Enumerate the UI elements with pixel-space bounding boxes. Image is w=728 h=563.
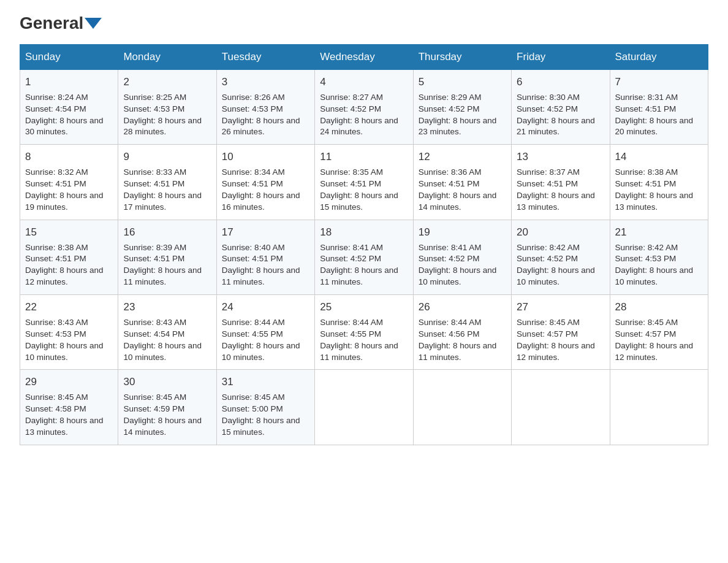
day-number: 29 xyxy=(25,375,113,389)
day-number: 21 xyxy=(615,225,703,240)
calendar-day-cell: 30 Sunrise: 8:45 AMSunset: 4:59 PMDaylig… xyxy=(118,370,216,445)
calendar-day-cell: 11 Sunrise: 8:35 AMSunset: 4:51 PMDaylig… xyxy=(315,145,413,220)
calendar-day-cell: 25 Sunrise: 8:44 AMSunset: 4:55 PMDaylig… xyxy=(315,295,413,370)
calendar-day-cell: 4 Sunrise: 8:27 AMSunset: 4:52 PMDayligh… xyxy=(315,70,413,145)
calendar-day-cell: 26 Sunrise: 8:44 AMSunset: 4:56 PMDaylig… xyxy=(413,295,511,370)
day-number: 6 xyxy=(517,75,604,90)
calendar-day-cell: 13 Sunrise: 8:37 AMSunset: 4:51 PMDaylig… xyxy=(512,145,610,220)
sunrise-info: Sunrise: 8:45 AMSunset: 4:57 PMDaylight:… xyxy=(517,318,595,362)
sunrise-info: Sunrise: 8:30 AMSunset: 4:52 PMDaylight:… xyxy=(517,93,595,137)
calendar-day-cell: 27 Sunrise: 8:45 AMSunset: 4:57 PMDaylig… xyxy=(512,295,610,370)
sunrise-info: Sunrise: 8:29 AMSunset: 4:52 PMDaylight:… xyxy=(419,93,497,137)
day-number: 15 xyxy=(25,225,113,240)
day-number: 11 xyxy=(320,150,408,164)
sunrise-info: Sunrise: 8:44 AMSunset: 4:55 PMDaylight:… xyxy=(222,318,300,362)
calendar-day-cell: 14 Sunrise: 8:38 AMSunset: 4:51 PMDaylig… xyxy=(610,145,708,220)
calendar-day-cell: 16 Sunrise: 8:39 AMSunset: 4:51 PMDaylig… xyxy=(118,220,216,294)
day-number: 20 xyxy=(517,225,604,240)
sunrise-info: Sunrise: 8:25 AMSunset: 4:53 PMDaylight:… xyxy=(123,93,202,137)
page-header: General xyxy=(20,15,708,32)
day-number: 12 xyxy=(419,150,506,164)
sunrise-info: Sunrise: 8:43 AMSunset: 4:54 PMDaylight:… xyxy=(123,318,202,362)
weekday-header-sunday: Sunday xyxy=(20,45,118,70)
calendar-day-cell xyxy=(610,370,708,445)
sunrise-info: Sunrise: 8:39 AMSunset: 4:51 PMDaylight:… xyxy=(123,243,202,287)
calendar-week-row: 1 Sunrise: 8:24 AMSunset: 4:54 PMDayligh… xyxy=(20,70,708,145)
sunrise-info: Sunrise: 8:38 AMSunset: 4:51 PMDaylight:… xyxy=(615,167,694,212)
day-number: 23 xyxy=(123,300,211,315)
day-number: 25 xyxy=(320,300,408,315)
day-number: 22 xyxy=(25,300,113,315)
sunrise-info: Sunrise: 8:45 AMSunset: 4:57 PMDaylight:… xyxy=(615,318,694,362)
calendar-week-row: 8 Sunrise: 8:32 AMSunset: 4:51 PMDayligh… xyxy=(20,145,708,220)
day-number: 2 xyxy=(123,75,211,90)
day-number: 30 xyxy=(123,375,211,389)
day-number: 3 xyxy=(222,75,309,90)
calendar-day-cell: 2 Sunrise: 8:25 AMSunset: 4:53 PMDayligh… xyxy=(118,70,216,145)
calendar-day-cell: 18 Sunrise: 8:41 AMSunset: 4:52 PMDaylig… xyxy=(315,220,413,294)
calendar-day-cell: 6 Sunrise: 8:30 AMSunset: 4:52 PMDayligh… xyxy=(512,70,610,145)
sunrise-info: Sunrise: 8:36 AMSunset: 4:51 PMDaylight:… xyxy=(419,167,497,212)
calendar-day-cell: 12 Sunrise: 8:36 AMSunset: 4:51 PMDaylig… xyxy=(413,145,511,220)
day-number: 17 xyxy=(222,225,309,240)
logo-triangle-icon xyxy=(85,18,102,29)
calendar-day-cell: 19 Sunrise: 8:41 AMSunset: 4:52 PMDaylig… xyxy=(413,220,511,294)
calendar-day-cell: 3 Sunrise: 8:26 AMSunset: 4:53 PMDayligh… xyxy=(216,70,314,145)
calendar-day-cell: 5 Sunrise: 8:29 AMSunset: 4:52 PMDayligh… xyxy=(413,70,511,145)
sunrise-info: Sunrise: 8:32 AMSunset: 4:51 PMDaylight:… xyxy=(25,167,104,212)
sunrise-info: Sunrise: 8:44 AMSunset: 4:55 PMDaylight:… xyxy=(320,318,398,362)
day-number: 24 xyxy=(222,300,309,315)
day-number: 10 xyxy=(222,150,309,164)
sunrise-info: Sunrise: 8:33 AMSunset: 4:51 PMDaylight:… xyxy=(123,167,202,212)
day-number: 28 xyxy=(615,300,703,315)
sunrise-info: Sunrise: 8:43 AMSunset: 4:53 PMDaylight:… xyxy=(25,318,104,362)
calendar-day-cell: 9 Sunrise: 8:33 AMSunset: 4:51 PMDayligh… xyxy=(118,145,216,220)
day-number: 26 xyxy=(419,300,506,315)
day-number: 27 xyxy=(517,300,604,315)
day-number: 4 xyxy=(320,75,408,90)
sunrise-info: Sunrise: 8:35 AMSunset: 4:51 PMDaylight:… xyxy=(320,167,398,212)
sunrise-info: Sunrise: 8:44 AMSunset: 4:56 PMDaylight:… xyxy=(419,318,497,362)
calendar-week-row: 29 Sunrise: 8:45 AMSunset: 4:58 PMDaylig… xyxy=(20,370,708,445)
sunrise-info: Sunrise: 8:45 AMSunset: 5:00 PMDaylight:… xyxy=(222,393,300,437)
sunrise-info: Sunrise: 8:26 AMSunset: 4:53 PMDaylight:… xyxy=(222,93,300,137)
weekday-header-friday: Friday xyxy=(512,45,610,70)
weekday-header-monday: Monday xyxy=(118,45,216,70)
calendar-day-cell: 24 Sunrise: 8:44 AMSunset: 4:55 PMDaylig… xyxy=(216,295,314,370)
calendar-day-cell: 10 Sunrise: 8:34 AMSunset: 4:51 PMDaylig… xyxy=(216,145,314,220)
sunrise-info: Sunrise: 8:45 AMSunset: 4:58 PMDaylight:… xyxy=(25,393,104,437)
sunrise-info: Sunrise: 8:38 AMSunset: 4:51 PMDaylight:… xyxy=(25,243,104,287)
calendar-day-cell xyxy=(315,370,413,445)
sunrise-info: Sunrise: 8:42 AMSunset: 4:52 PMDaylight:… xyxy=(517,243,595,287)
weekday-header-saturday: Saturday xyxy=(610,45,708,70)
calendar-day-cell: 7 Sunrise: 8:31 AMSunset: 4:51 PMDayligh… xyxy=(610,70,708,145)
day-number: 16 xyxy=(123,225,211,240)
day-number: 1 xyxy=(25,75,113,90)
calendar-day-cell: 23 Sunrise: 8:43 AMSunset: 4:54 PMDaylig… xyxy=(118,295,216,370)
calendar-day-cell xyxy=(512,370,610,445)
weekday-header-tuesday: Tuesday xyxy=(216,45,314,70)
sunrise-info: Sunrise: 8:31 AMSunset: 4:51 PMDaylight:… xyxy=(615,93,694,137)
day-number: 31 xyxy=(222,375,309,389)
logo: General xyxy=(20,15,103,32)
day-number: 9 xyxy=(123,150,211,164)
day-number: 8 xyxy=(25,150,113,164)
weekday-header-row: SundayMondayTuesdayWednesdayThursdayFrid… xyxy=(20,45,708,70)
day-number: 14 xyxy=(615,150,703,164)
day-number: 19 xyxy=(419,225,506,240)
sunrise-info: Sunrise: 8:45 AMSunset: 4:59 PMDaylight:… xyxy=(123,393,202,437)
calendar-day-cell: 8 Sunrise: 8:32 AMSunset: 4:51 PMDayligh… xyxy=(20,145,118,220)
sunrise-info: Sunrise: 8:42 AMSunset: 4:53 PMDaylight:… xyxy=(615,243,694,287)
calendar-table: SundayMondayTuesdayWednesdayThursdayFrid… xyxy=(20,44,708,445)
logo-general-text: General xyxy=(20,15,83,32)
calendar-day-cell: 17 Sunrise: 8:40 AMSunset: 4:51 PMDaylig… xyxy=(216,220,314,294)
weekday-header-wednesday: Wednesday xyxy=(315,45,413,70)
weekday-header-thursday: Thursday xyxy=(413,45,511,70)
calendar-day-cell: 29 Sunrise: 8:45 AMSunset: 4:58 PMDaylig… xyxy=(20,370,118,445)
calendar-day-cell: 15 Sunrise: 8:38 AMSunset: 4:51 PMDaylig… xyxy=(20,220,118,294)
calendar-day-cell: 28 Sunrise: 8:45 AMSunset: 4:57 PMDaylig… xyxy=(610,295,708,370)
calendar-day-cell: 21 Sunrise: 8:42 AMSunset: 4:53 PMDaylig… xyxy=(610,220,708,294)
sunrise-info: Sunrise: 8:41 AMSunset: 4:52 PMDaylight:… xyxy=(419,243,497,287)
sunrise-info: Sunrise: 8:41 AMSunset: 4:52 PMDaylight:… xyxy=(320,243,398,287)
calendar-day-cell: 31 Sunrise: 8:45 AMSunset: 5:00 PMDaylig… xyxy=(216,370,314,445)
